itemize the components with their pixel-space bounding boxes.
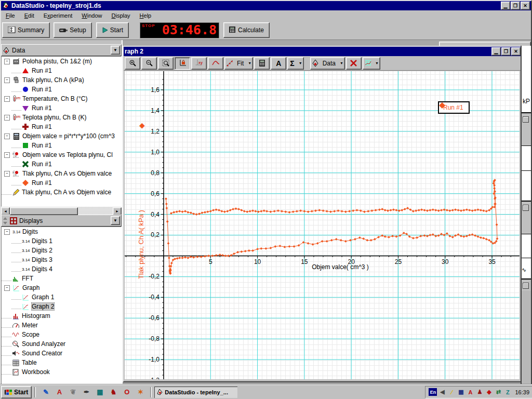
run-item[interactable]: Run #1: [2, 66, 121, 75]
axis-settings-button[interactable]: xy: [191, 57, 207, 70]
run-item[interactable]: Run #1: [2, 85, 121, 94]
data-tree-item[interactable]: −xyTlak plynu, Ch A vs Objem valce: [2, 169, 121, 178]
expand-toggle-icon[interactable]: −: [4, 59, 10, 64]
display-item-table[interactable]: Table: [2, 358, 121, 367]
calculator-button[interactable]: [254, 57, 270, 70]
run-item[interactable]: Run #1: [2, 178, 121, 188]
expand-toggle-icon[interactable]: −: [4, 134, 10, 139]
scroll-thumb[interactable]: [10, 207, 78, 215]
menu-edit[interactable]: Edit: [20, 11, 39, 20]
setup-button[interactable]: Setup: [54, 22, 91, 38]
scroll-left-arrow[interactable]: ◄: [1, 207, 10, 215]
dragon-icon[interactable]: ♞: [108, 387, 118, 397]
expand-toggle-icon[interactable]: −: [4, 96, 10, 102]
flame-icon[interactable]: ✶: [135, 387, 145, 397]
expand-toggle-icon[interactable]: −: [4, 229, 10, 235]
opera-icon[interactable]: O: [122, 387, 132, 397]
menu-file[interactable]: File: [1, 11, 20, 20]
data-section-dropdown[interactable]: ▼: [111, 46, 120, 55]
data-tree-item[interactable]: −XTDTeplota plynu, Ch B (K): [2, 113, 121, 122]
data-tree-item[interactable]: Tlak plynu, Ch A vs Objem valce: [2, 188, 121, 197]
data-tree-item[interactable]: −Poloha pistu, Ch 1&2 (m): [2, 57, 121, 66]
start-button[interactable]: Start: [96, 22, 129, 38]
menu-window[interactable]: Window: [77, 11, 107, 20]
menu-help[interactable]: Help: [135, 11, 156, 20]
display-item-scope[interactable]: Scope: [2, 330, 121, 339]
displays-section-header[interactable]: Displays ▼: [1, 215, 122, 227]
display-item-digits-1[interactable]: 3.14Digits 1: [2, 236, 121, 246]
data-tree-item[interactable]: −xyObjem valce vs Teplota plynu, Cl: [2, 150, 121, 159]
app-titlebar[interactable]: DataStudio - tepelny_stroj1.ds ▁ ❐ ✕: [1, 1, 531, 10]
task-button-datastudio[interactable]: DataStudio - tepelny_...: [154, 387, 237, 398]
expand-toggle-icon[interactable]: −: [4, 77, 10, 83]
data-tree-item[interactable]: −Tlak plynu, Ch A (kPa): [2, 75, 121, 85]
display-item-digits[interactable]: −3.14Digits: [2, 227, 121, 236]
graph-settings-button[interactable]: ▼: [363, 57, 380, 70]
minimize-button[interactable]: ▁: [501, 2, 510, 10]
displays-section-dropdown[interactable]: ▼: [111, 216, 120, 225]
acrobat-icon[interactable]: A: [54, 387, 64, 397]
notes-icon[interactable]: ✎: [41, 387, 51, 397]
zoom-out-button[interactable]: [141, 57, 157, 70]
graph-minimize-button[interactable]: ▁: [491, 47, 501, 56]
keyboard-layout-indicator[interactable]: En: [429, 388, 437, 396]
graph-maximize-button[interactable]: ❐: [501, 47, 511, 56]
data-menu-button[interactable]: Data▼: [310, 57, 345, 70]
lightning-icon[interactable]: ⁄: [447, 388, 456, 396]
expand-toggle-icon[interactable]: −: [4, 115, 10, 121]
run-item[interactable]: Run #1: [2, 103, 121, 113]
data-tree-item[interactable]: −XTDTemperature, Ch B (°C): [2, 94, 121, 103]
calculate-button[interactable]: Calculate: [223, 22, 270, 38]
scroll-right-arrow[interactable]: ►: [113, 207, 122, 215]
expand-toggle-icon[interactable]: −: [4, 152, 10, 158]
sync-icon[interactable]: ⇄: [494, 388, 502, 396]
display-item-sound-analyzer[interactable]: Sound Analyzer: [2, 339, 121, 349]
volume-icon[interactable]: ◀: [438, 388, 446, 396]
display-item-graph[interactable]: −Graph: [2, 283, 121, 292]
display-item-histogram[interactable]: Histogram: [2, 311, 121, 321]
display-item-digits-2[interactable]: 3.14Digits 2: [2, 246, 121, 255]
expand-toggle-icon[interactable]: −: [4, 285, 10, 291]
graph-close-button[interactable]: ✕: [511, 47, 521, 56]
zoom-in-button[interactable]: [125, 57, 140, 70]
summary-button[interactable]: Summary: [2, 22, 50, 38]
agent-icon[interactable]: ♟: [475, 388, 484, 396]
graph-window-titlebar[interactable]: raph 2 ▁ ❐ ✕: [124, 47, 522, 56]
data-tree-item[interactable]: −Objem valce = pi*r*r*y*100 (cm^3: [2, 131, 121, 141]
menu-experiment[interactable]: Experiment: [39, 11, 77, 20]
text-tool-button[interactable]: A: [271, 57, 286, 70]
ati-icon[interactable]: A: [466, 388, 474, 396]
diamond-icon[interactable]: ◆: [485, 388, 493, 396]
bird-icon[interactable]: ❦: [68, 387, 78, 397]
run-item[interactable]: Run #1: [2, 141, 121, 150]
display-item-fft[interactable]: FFT: [2, 274, 121, 283]
run-item[interactable]: Run #1: [2, 122, 121, 131]
display-item-digits-3[interactable]: 3.14Digits 3: [2, 255, 121, 264]
maximize-button[interactable]: ❐: [511, 2, 520, 10]
data-section-header[interactable]: Data ▼: [1, 44, 122, 56]
zoom-select-button[interactable]: [158, 57, 174, 70]
pen-icon[interactable]: ✒: [81, 387, 91, 397]
chart-plot-area[interactable]: -1,2-1,0-0,8-0,6-0,4-0,20,20,40,60,81,01…: [125, 71, 520, 379]
scale-to-fit-button[interactable]: [175, 57, 190, 70]
chart-legend[interactable]: Run #1: [438, 101, 470, 114]
statistics-button[interactable]: Σ▼: [287, 57, 303, 70]
close-button[interactable]: ✕: [521, 2, 530, 10]
expand-toggle-icon[interactable]: −: [4, 171, 10, 177]
menu-display[interactable]: Display: [107, 11, 135, 20]
smart-tool-button[interactable]: [208, 57, 223, 70]
calculator-icon[interactable]: ▦: [95, 387, 105, 397]
display-item-sound-creator[interactable]: Sound Creator: [2, 349, 121, 358]
data-tree-hscrollbar[interactable]: ◄ ►: [1, 207, 122, 215]
display-item-meter[interactable]: Meter: [2, 321, 121, 330]
scheduler-icon[interactable]: ▦: [457, 388, 465, 396]
zmodem-icon[interactable]: Z: [503, 388, 512, 396]
fit-menu-button[interactable]: Fit▼: [224, 57, 253, 70]
display-item-workbook[interactable]: Workbook: [2, 367, 121, 377]
display-item-graph-2[interactable]: Graph 2: [2, 302, 121, 311]
display-item-digits-4[interactable]: 3.14Digits 4: [2, 264, 121, 274]
display-item-graph-1[interactable]: Graph 1: [2, 292, 121, 302]
start-menu-button[interactable]: Start: [1, 386, 32, 398]
run-item[interactable]: Run #1: [2, 159, 121, 169]
delete-button[interactable]: [346, 57, 362, 70]
